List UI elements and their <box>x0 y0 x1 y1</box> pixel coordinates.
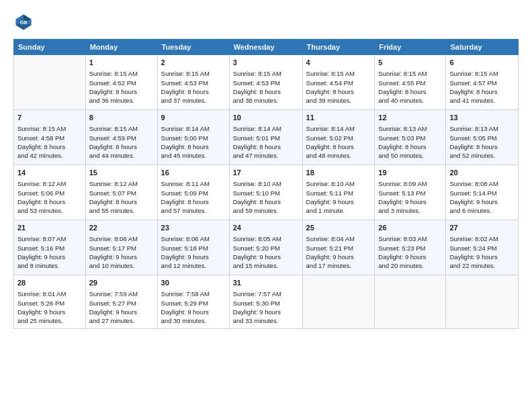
day-info-line: and 50 minutes. <box>378 151 442 160</box>
day-info-line: and 42 minutes. <box>17 151 82 160</box>
day-number: 12 <box>378 113 442 123</box>
table-cell: 23Sunrise: 8:06 AMSunset: 5:18 PMDayligh… <box>157 220 229 275</box>
day-info-line: Sunset: 5:24 PM <box>449 244 515 253</box>
day-info-line: Sunrise: 8:09 AM <box>378 179 442 188</box>
day-info-line: and 53 minutes. <box>17 206 82 215</box>
table-cell: 12Sunrise: 8:13 AMSunset: 5:03 PMDayligh… <box>375 110 446 165</box>
day-info-line: Sunrise: 8:10 AM <box>233 179 299 188</box>
day-info-line: and 20 minutes. <box>378 261 442 270</box>
table-cell: 24Sunrise: 8:05 AMSunset: 5:20 PMDayligh… <box>229 220 302 275</box>
day-info-line: and 39 minutes. <box>306 96 371 105</box>
day-info-line: Sunset: 4:53 PM <box>233 79 299 87</box>
table-cell: 25Sunrise: 8:04 AMSunset: 5:21 PMDayligh… <box>302 220 375 275</box>
day-info-line: Sunset: 5:07 PM <box>89 189 154 197</box>
day-info-line: Daylight: 9 hours <box>89 253 154 261</box>
day-info-line: Sunset: 4:55 PM <box>378 79 442 87</box>
day-info-line: Sunrise: 7:59 AM <box>89 289 154 298</box>
table-cell: 9Sunrise: 8:14 AMSunset: 5:00 PMDaylight… <box>157 110 229 165</box>
day-info-line: Sunrise: 8:13 AM <box>449 124 515 133</box>
day-info-line: Sunset: 5:23 PM <box>378 244 442 253</box>
day-info-line: Sunset: 5:05 PM <box>449 134 515 142</box>
day-info-line: Daylight: 8 hours <box>89 142 154 151</box>
day-number: 25 <box>306 223 371 233</box>
table-cell: 18Sunrise: 8:10 AMSunset: 5:11 PMDayligh… <box>302 165 375 220</box>
svg-text:GB: GB <box>19 19 28 26</box>
week-row-4: 28Sunrise: 8:01 AMSunset: 5:26 PMDayligh… <box>14 275 519 329</box>
day-info-line: Sunrise: 8:15 AM <box>378 69 442 78</box>
day-info-line: Sunrise: 8:15 AM <box>89 124 154 133</box>
day-info-line: Daylight: 9 hours <box>378 253 442 261</box>
table-cell: 7Sunrise: 8:15 AMSunset: 4:58 PMDaylight… <box>14 110 86 165</box>
day-number: 8 <box>89 113 154 123</box>
day-info-line: Daylight: 8 hours <box>378 87 442 96</box>
day-info-line: Sunset: 5:02 PM <box>306 134 371 142</box>
week-row-0: 1Sunrise: 8:15 AMSunset: 4:52 PMDaylight… <box>14 55 519 110</box>
day-info-line: Daylight: 9 hours <box>161 308 226 316</box>
day-number: 4 <box>306 58 371 68</box>
day-info-line: and 15 minutes. <box>233 261 299 270</box>
day-info-line: Sunset: 5:20 PM <box>233 244 299 253</box>
day-info-line: Sunset: 5:17 PM <box>89 244 154 253</box>
day-info-line: Daylight: 8 hours <box>306 87 371 96</box>
table-cell: 3Sunrise: 8:15 AMSunset: 4:53 PMDaylight… <box>229 55 302 110</box>
day-info-line: Daylight: 8 hours <box>161 87 226 96</box>
header-row: SundayMondayTuesdayWednesdayThursdayFrid… <box>14 40 519 55</box>
col-header-monday: Monday <box>85 40 157 55</box>
week-row-1: 7Sunrise: 8:15 AMSunset: 4:58 PMDaylight… <box>14 110 519 165</box>
day-number: 24 <box>233 223 299 233</box>
day-info-line: Sunset: 5:03 PM <box>378 134 442 142</box>
day-info-line: Daylight: 9 hours <box>378 197 442 206</box>
day-number: 9 <box>161 113 226 123</box>
day-info-line: Daylight: 9 hours <box>449 197 515 206</box>
day-info-line: Sunset: 5:16 PM <box>17 244 82 253</box>
table-cell: 28Sunrise: 8:01 AMSunset: 5:26 PMDayligh… <box>14 275 86 329</box>
day-info-line: Sunrise: 8:03 AM <box>378 234 442 243</box>
day-info-line: and 45 minutes. <box>161 151 226 160</box>
col-header-sunday: Sunday <box>14 40 86 55</box>
day-info-line: Sunrise: 8:01 AM <box>17 289 82 298</box>
col-header-saturday: Saturday <box>446 40 519 55</box>
day-info-line: Sunrise: 8:14 AM <box>233 124 299 133</box>
day-number: 19 <box>378 168 442 178</box>
week-row-2: 14Sunrise: 8:12 AMSunset: 5:06 PMDayligh… <box>14 165 519 220</box>
table-cell: 30Sunrise: 7:58 AMSunset: 5:29 PMDayligh… <box>157 275 229 329</box>
table-cell: 27Sunrise: 8:02 AMSunset: 5:24 PMDayligh… <box>446 220 519 275</box>
table-cell: 8Sunrise: 8:15 AMSunset: 4:59 PMDaylight… <box>85 110 157 165</box>
day-number: 14 <box>17 168 82 178</box>
day-info-line: Daylight: 9 hours <box>306 253 371 261</box>
day-info-line: Sunrise: 8:15 AM <box>306 69 371 78</box>
logo-icon: GB <box>13 12 34 32</box>
day-info-line: Sunset: 5:13 PM <box>378 189 442 197</box>
day-info-line: Sunrise: 8:15 AM <box>449 69 515 78</box>
table-cell: 29Sunrise: 7:59 AMSunset: 5:27 PMDayligh… <box>85 275 157 329</box>
day-info-line: Daylight: 9 hours <box>233 253 299 261</box>
day-info-line: and 44 minutes. <box>89 151 154 160</box>
day-info-line: and 37 minutes. <box>161 96 226 105</box>
day-info-line: Sunset: 5:09 PM <box>161 189 226 197</box>
day-info-line: and 3 minutes. <box>378 206 442 215</box>
day-info-line: Daylight: 8 hours <box>378 142 442 151</box>
day-info-line: Daylight: 8 hours <box>161 142 226 151</box>
day-info-line: Daylight: 8 hours <box>449 142 515 151</box>
table-cell <box>446 275 519 329</box>
day-info-line: Sunrise: 8:07 AM <box>17 234 82 243</box>
day-number: 28 <box>17 278 82 288</box>
day-number: 29 <box>89 278 154 288</box>
day-info-line: Sunrise: 8:04 AM <box>306 234 371 243</box>
day-info-line: Daylight: 8 hours <box>17 197 82 206</box>
day-info-line: and 40 minutes. <box>378 96 442 105</box>
day-number: 10 <box>233 113 299 123</box>
table-cell: 2Sunrise: 8:15 AMSunset: 4:53 PMDaylight… <box>157 55 229 110</box>
week-row-3: 21Sunrise: 8:07 AMSunset: 5:16 PMDayligh… <box>14 220 519 275</box>
day-info-line: Sunrise: 8:02 AM <box>449 234 515 243</box>
day-info-line: and 36 minutes. <box>89 96 154 105</box>
day-info-line: and 48 minutes. <box>306 151 371 160</box>
table-cell: 6Sunrise: 8:15 AMSunset: 4:57 PMDaylight… <box>446 55 519 110</box>
day-info-line: Daylight: 8 hours <box>233 197 299 206</box>
day-info-line: and 17 minutes. <box>306 261 371 270</box>
day-info-line: Sunset: 5:26 PM <box>17 299 82 308</box>
table-body: 1Sunrise: 8:15 AMSunset: 4:52 PMDaylight… <box>14 55 519 329</box>
day-info-line: Sunrise: 8:15 AM <box>161 69 226 78</box>
table-cell: 4Sunrise: 8:15 AMSunset: 4:54 PMDaylight… <box>302 55 375 110</box>
day-info-line: Daylight: 9 hours <box>306 197 371 206</box>
